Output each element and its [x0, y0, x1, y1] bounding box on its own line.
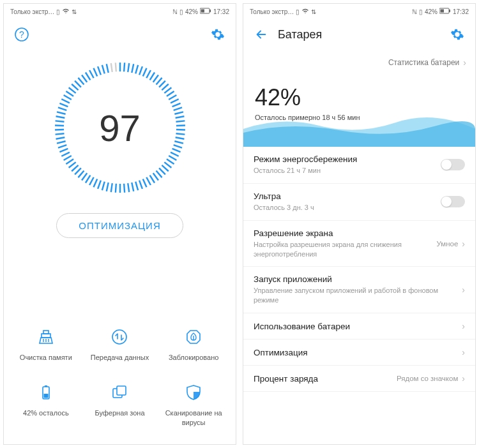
svg-line-88 [89, 70, 94, 78]
row-resolution[interactable]: Разрешение экрана Настройка разрешения э… [243, 221, 475, 267]
row-title: Разрешение экрана [254, 228, 430, 238]
svg-rect-96 [42, 334, 50, 338]
svg-line-48 [128, 183, 129, 192]
cell-dropzone[interactable]: Буферная зона [83, 373, 157, 438]
cell-cleanup[interactable]: Очистка памяти [9, 317, 83, 373]
battery-remaining: Осталось примерно 18 ч 56 мин [255, 114, 464, 121]
svg-line-7 [128, 63, 129, 72]
cell-virus-scan[interactable]: Сканирование на вирусы [156, 373, 231, 438]
svg-line-31 [174, 141, 183, 143]
svg-line-52 [110, 183, 112, 192]
svg-line-55 [98, 181, 101, 189]
svg-line-6 [124, 63, 125, 71]
row-percent[interactable]: Процент заряда Рядом со значком › [243, 366, 475, 392]
svg-line-54 [102, 182, 104, 190]
carrier-label: Только экстр… [10, 8, 54, 15]
help-button[interactable]: ? [13, 26, 31, 43]
svg-line-78 [59, 103, 68, 107]
battery-settings-screen: Только экстр… ▯ ⇅ ℕ ▯ 42% 17:32 Батарея [243, 3, 476, 445]
toggle-ultra[interactable] [441, 196, 465, 207]
svg-line-40 [156, 170, 162, 177]
cell-battery[interactable]: 42% осталось [9, 373, 83, 438]
row-subtitle: Настройка разрешения экрана для снижения… [254, 240, 430, 259]
svg-line-23 [173, 107, 181, 110]
svg-line-36 [166, 159, 174, 164]
svg-line-21 [171, 99, 179, 103]
svg-line-53 [106, 183, 108, 191]
svg-line-46 [135, 182, 138, 190]
svg-line-85 [78, 78, 84, 85]
score-gauge[interactable]: 97 [50, 57, 190, 198]
battery-icon [36, 383, 56, 402]
battery-stats-link[interactable]: Статистика батареи › [243, 50, 475, 75]
svg-line-70 [56, 137, 65, 138]
battery-percentage: 42% [255, 84, 464, 111]
svg-line-90 [98, 66, 101, 75]
svg-line-51 [115, 184, 116, 193]
battery-panel[interactable]: 42% Осталось примерно 18 ч 56 мин [243, 75, 475, 147]
settings-button[interactable] [209, 26, 227, 43]
svg-line-83 [72, 84, 78, 90]
svg-line-81 [66, 91, 73, 96]
svg-line-47 [132, 183, 133, 191]
wifi-icon [301, 8, 309, 15]
cell-blocked[interactable]: Заблокировано [156, 317, 231, 373]
battery-icon [439, 8, 451, 15]
svg-line-14 [153, 75, 158, 82]
svg-line-32 [173, 145, 181, 147]
phone-manager-screen: Только экстр… ▯ ⇅ ℕ ▯ 42% 17:32 ? [3, 3, 236, 445]
svg-rect-109 [440, 10, 444, 13]
svg-line-11 [142, 68, 146, 77]
sim-icon: ▯ [56, 8, 60, 15]
row-title: Процент заряда [254, 374, 390, 384]
row-power-save[interactable]: Режим энергосбережения Осталось 21 ч 7 м… [243, 147, 475, 184]
row-title: Режим энергосбережения [254, 154, 434, 164]
svg-line-45 [139, 181, 142, 189]
back-button[interactable] [252, 26, 270, 43]
svg-line-67 [59, 149, 68, 152]
page-title: Батарея [278, 28, 322, 41]
cell-label: Сканирование на вирусы [159, 408, 228, 428]
row-value: Умное [436, 240, 458, 248]
svg-line-79 [61, 99, 70, 103]
svg-line-68 [57, 145, 66, 147]
time-label: 17:32 [213, 8, 229, 15]
svg-line-12 [146, 70, 151, 78]
svg-line-86 [82, 75, 87, 82]
svg-line-15 [156, 78, 162, 85]
svg-line-16 [159, 81, 165, 87]
toggle-power-save[interactable] [441, 159, 465, 170]
row-subtitle: Управление запуском приложений и работой… [254, 286, 452, 305]
row-usage[interactable]: Использование батареи › [243, 313, 475, 340]
svg-line-29 [176, 133, 185, 134]
settings-button[interactable] [448, 26, 466, 43]
svg-line-94 [115, 63, 116, 71]
data-icon: ⇅ [311, 8, 316, 15]
battery-pct-label: 42% [185, 8, 198, 15]
svg-line-43 [146, 177, 151, 185]
svg-line-74 [55, 121, 64, 121]
svg-line-75 [56, 116, 65, 117]
row-optimize[interactable]: Оптимизация › [243, 340, 475, 366]
row-title: Использование батареи [254, 322, 452, 331]
svg-rect-108 [449, 10, 450, 12]
cell-data-transfer[interactable]: Передача данных [83, 317, 157, 373]
row-ultra[interactable]: Ультра Осталось 3 дн. 3 ч [243, 184, 475, 221]
svg-line-58 [85, 175, 89, 183]
optimize-button[interactable]: ОПТИМИЗАЦИЯ [56, 213, 183, 238]
svg-line-87 [85, 72, 89, 80]
svg-line-49 [124, 184, 125, 193]
chevron-right-icon: › [462, 373, 465, 384]
svg-line-77 [57, 107, 66, 110]
svg-line-60 [78, 170, 84, 177]
wifi-icon [62, 8, 70, 15]
shield-icon [184, 383, 203, 402]
status-bar: Только экстр… ▯ ⇅ ℕ ▯ 42% 17:32 [4, 4, 236, 19]
cell-label: Буферная зона [95, 408, 144, 418]
nfc-icon: ℕ [172, 8, 178, 15]
chevron-right-icon: › [462, 347, 465, 357]
svg-line-59 [82, 173, 87, 180]
svg-line-17 [162, 84, 168, 90]
blocked-icon [184, 327, 203, 347]
row-launch[interactable]: Запуск приложений Управление запуском пр… [243, 267, 475, 313]
